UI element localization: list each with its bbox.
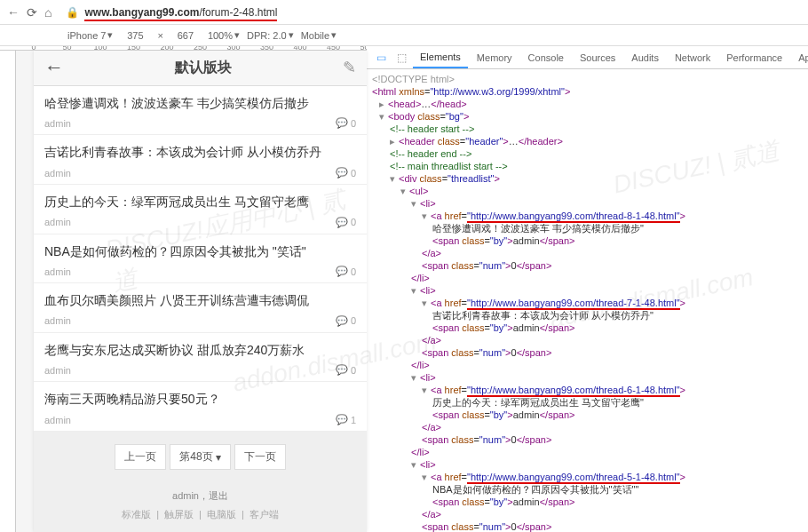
thread-item[interactable]: 吉诺比利青春故事：本该成为会计师 从小模仿乔丹 admin 💬0 xyxy=(34,135,367,185)
next-page-button[interactable]: 下一页 xyxy=(234,444,286,470)
thread-item[interactable]: 老鹰与安东尼达成买断协议 甜瓜放弃240万薪水 admin 💬0 xyxy=(34,333,367,383)
current-page-button[interactable]: 第48页 ▾ xyxy=(170,444,230,470)
footer-link[interactable]: 电脑版 xyxy=(207,509,236,520)
reply-count: 💬0 xyxy=(336,266,356,277)
reply-count: 💬0 xyxy=(336,315,356,327)
back-arrow-icon[interactable]: ← xyxy=(44,56,64,79)
thread-item[interactable]: NBA是如何做药检的？四原因令其被批为 "笑话" admin 💬0 xyxy=(34,234,367,284)
mode-selector[interactable]: Mobile ▾ xyxy=(301,29,337,41)
device-toolbar: iPhone 7 ▾ × 100% ▾ DPR: 2.0 ▾ Mobile ▾ xyxy=(0,25,808,46)
tab-elements[interactable]: Elements xyxy=(413,47,468,68)
comment-icon: 💬 xyxy=(336,266,348,277)
comment-icon: 💬 xyxy=(336,117,348,129)
footer-links: 标准版|触屏版|电脑版|客户端 xyxy=(34,504,367,532)
reply-count: 💬0 xyxy=(336,217,356,228)
thread-title: 历史上的今天：绿军两冠成员出生 马文留守老鹰 xyxy=(44,194,356,211)
comment-icon: 💬 xyxy=(336,414,348,425)
thread-item[interactable]: 血布贝尔晒美颜照片 八贤王开训练营遭韦德调侃 admin 💬0 xyxy=(34,283,367,333)
thread-author: admin xyxy=(44,118,71,129)
thread-title: 哈登惨遭调戏！波波送豪车 韦少搞笑模仿后撤步 xyxy=(44,95,356,113)
dpr-selector[interactable]: DPR: 2.0 ▾ xyxy=(247,29,294,41)
footer-user: admin，退出 xyxy=(34,482,367,504)
tab-network[interactable]: Network xyxy=(668,48,717,67)
thread-author: admin xyxy=(44,217,71,227)
lock-icon: 🔒 xyxy=(66,6,79,19)
logout-link[interactable]: 退出 xyxy=(209,490,228,501)
thread-item[interactable]: 哈登惨遭调戏！波波送豪车 韦少搞笑模仿后撤步 admin 💬0 xyxy=(34,86,367,136)
reply-count: 💬0 xyxy=(336,117,356,129)
compose-icon[interactable]: ✎ xyxy=(343,58,356,77)
tab-audits[interactable]: Audits xyxy=(624,48,666,67)
tab-application[interactable]: Application xyxy=(791,48,808,67)
comment-icon: 💬 xyxy=(336,217,348,228)
device-toggle-icon[interactable]: ▭ xyxy=(372,49,391,67)
address-bar[interactable]: 🔒 www.bangyang99.com/forum-2-48.html xyxy=(60,4,801,20)
reply-count: 💬0 xyxy=(336,364,356,376)
chevron-down-icon: ▾ xyxy=(107,29,113,41)
comment-icon: 💬 xyxy=(336,364,348,376)
chevron-down-icon: ▾ xyxy=(331,29,337,41)
thread-author: admin xyxy=(44,365,71,376)
viewport-panel: 050100150200250300350400450500 ← 默认版块 ✎ … xyxy=(0,46,367,532)
tab-performance[interactable]: Performance xyxy=(719,48,789,67)
thread-item[interactable]: 海南三天两晚精品游只要50元？ admin 💬1 xyxy=(34,382,367,432)
thread-list[interactable]: 哈登惨遭调戏！波波送豪车 韦少搞笑模仿后撤步 admin 💬0 吉诺比利青春故事… xyxy=(34,86,367,432)
zoom-selector[interactable]: 100% ▾ xyxy=(208,29,240,41)
home-icon[interactable]: ⌂ xyxy=(44,5,51,20)
tab-memory[interactable]: Memory xyxy=(470,48,519,67)
reply-count: 💬0 xyxy=(336,167,356,179)
prev-page-button[interactable]: 上一页 xyxy=(115,444,166,470)
back-icon[interactable]: ← xyxy=(7,5,20,20)
thread-title: 老鹰与安东尼达成买断协议 甜瓜放弃240万薪水 xyxy=(44,342,356,360)
footer-link[interactable]: 触屏版 xyxy=(164,509,194,520)
ruler-horizontal: 050100150200250300350400450500 xyxy=(0,46,367,51)
reply-count: 💬1 xyxy=(336,414,356,425)
comment-icon: 💬 xyxy=(336,315,348,327)
thread-author: admin xyxy=(44,415,71,425)
thread-author: admin xyxy=(44,266,71,277)
thread-title: NBA是如何做药检的？四原因令其被批为 "笑话" xyxy=(44,243,356,261)
inspect-icon[interactable]: ⬚ xyxy=(392,49,411,67)
page-title: 默认版块 xyxy=(175,59,232,77)
width-input[interactable] xyxy=(120,29,150,42)
chevron-down-icon: ▾ xyxy=(289,29,294,41)
devtools-panel: ▭ ⬚ ElementsMemoryConsoleSourcesAuditsNe… xyxy=(367,46,808,532)
elements-tree[interactable]: <!DOCTYPE html><html xmlns="http://www.w… xyxy=(367,69,808,532)
thread-item[interactable]: 历史上的今天：绿军两冠成员出生 马文留守老鹰 admin 💬0 xyxy=(34,185,367,234)
footer-link[interactable]: 标准版 xyxy=(122,509,151,520)
thread-title: 吉诺比利青春故事：本该成为会计师 从小模仿乔丹 xyxy=(44,144,356,162)
mobile-viewport: ← 默认版块 ✎ 哈登惨遭调戏！波波送豪车 韦少搞笑模仿后撤步 admin 💬0… xyxy=(34,51,367,532)
thread-author: admin xyxy=(44,168,71,179)
thread-title: 海南三天两晚精品游只要50元？ xyxy=(44,391,356,409)
chevron-down-icon: ▾ xyxy=(216,451,221,464)
thread-author: admin xyxy=(44,315,71,326)
tab-sources[interactable]: Sources xyxy=(573,48,622,67)
mobile-header: ← 默认版块 ✎ xyxy=(34,51,367,86)
thread-title: 血布贝尔晒美颜照片 八贤王开训练营遭韦德调侃 xyxy=(44,292,356,310)
devtools-tabs: ▭ ⬚ ElementsMemoryConsoleSourcesAuditsNe… xyxy=(367,46,808,69)
reload-icon[interactable]: ⟳ xyxy=(27,5,37,20)
tab-console[interactable]: Console xyxy=(521,48,571,67)
ruler-vertical xyxy=(0,51,16,532)
browser-toolbar: ← ⟳ ⌂ 🔒 www.bangyang99.com/forum-2-48.ht… xyxy=(0,0,808,25)
footer-link[interactable]: 客户端 xyxy=(250,509,279,520)
device-selector[interactable]: iPhone 7 ▾ xyxy=(67,29,113,41)
comment-icon: 💬 xyxy=(336,167,348,179)
height-input[interactable] xyxy=(170,29,201,42)
chevron-down-icon: ▾ xyxy=(234,29,240,41)
pagination: 上一页 第48页 ▾ 下一页 xyxy=(34,432,367,482)
